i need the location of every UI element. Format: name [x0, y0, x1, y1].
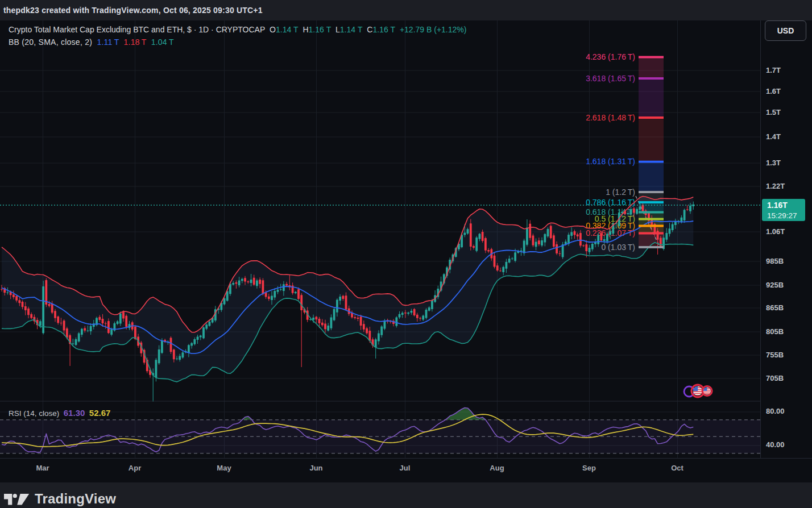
- svg-text:2.618 (1.48 T): 2.618 (1.48 T): [586, 113, 635, 122]
- svg-text:1.618 (1.31 T): 1.618 (1.31 T): [586, 157, 635, 166]
- svg-text:4.236 (1.76 T): 4.236 (1.76 T): [586, 52, 635, 61]
- svg-text:3.618 (1.65 T): 3.618 (1.65 T): [586, 74, 635, 83]
- svg-text:0 (1.03 T): 0 (1.03 T): [601, 243, 635, 252]
- svg-text:0.786 (1.16 T): 0.786 (1.16 T): [586, 198, 635, 207]
- svg-text:1 (1.2 T): 1 (1.2 T): [606, 188, 635, 197]
